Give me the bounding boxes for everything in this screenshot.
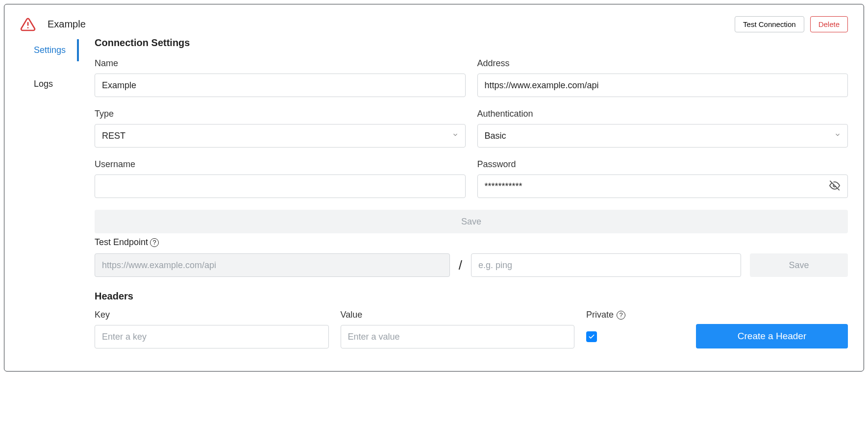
- endpoint-base-input: [95, 253, 450, 277]
- toggle-password-visibility-button[interactable]: [826, 177, 843, 196]
- endpoint-slash: /: [459, 258, 462, 273]
- create-header-button[interactable]: Create a Header: [696, 324, 848, 348]
- alert-triangle-icon: [20, 17, 36, 32]
- field-username: Username: [95, 159, 466, 198]
- header-private-label-row: Private ?: [586, 310, 684, 320]
- tab-settings[interactable]: Settings: [20, 39, 79, 61]
- test-endpoint-label-row: Test Endpoint ?: [95, 237, 159, 248]
- password-input[interactable]: [477, 174, 848, 198]
- header-key-col: Key: [95, 310, 329, 348]
- username-input[interactable]: [95, 174, 466, 198]
- side-tabs: Settings Logs: [20, 36, 79, 107]
- headers-title: Headers: [95, 291, 848, 302]
- address-label: Address: [477, 58, 848, 69]
- delete-button[interactable]: Delete: [810, 16, 848, 32]
- header-private-col: Private ?: [586, 310, 684, 348]
- help-icon[interactable]: ?: [617, 311, 625, 320]
- authentication-select[interactable]: [477, 124, 848, 148]
- type-select[interactable]: [95, 124, 466, 148]
- eye-off-icon: [829, 185, 840, 193]
- top-bar: Example Test Connection Delete: [20, 16, 848, 32]
- section-title: Connection Settings: [95, 37, 848, 49]
- field-name: Name: [95, 58, 466, 97]
- header-value-input[interactable]: [341, 325, 575, 348]
- name-label: Name: [95, 58, 466, 69]
- top-bar-left: Example: [20, 17, 86, 32]
- authentication-label: Authentication: [477, 109, 848, 119]
- endpoint-row: / Save: [95, 253, 848, 277]
- header-key-label: Key: [95, 310, 329, 320]
- check-icon: [588, 333, 595, 340]
- header-key-input[interactable]: [95, 325, 329, 348]
- header-value-label: Value: [341, 310, 575, 320]
- password-label: Password: [477, 159, 848, 170]
- field-address: Address: [477, 58, 848, 97]
- username-label: Username: [95, 159, 466, 170]
- tab-logs[interactable]: Logs: [20, 73, 79, 95]
- body-row: Settings Logs Connection Settings Name A…: [20, 36, 848, 348]
- test-endpoint-label: Test Endpoint: [95, 237, 148, 248]
- form-grid: Name Address Type: [95, 58, 848, 198]
- field-type: Type: [95, 109, 466, 148]
- save-endpoint-button[interactable]: Save: [750, 253, 848, 277]
- help-icon[interactable]: ?: [150, 238, 159, 247]
- top-actions: Test Connection Delete: [735, 16, 848, 32]
- field-authentication: Authentication: [477, 109, 848, 148]
- private-checkbox[interactable]: [586, 331, 597, 342]
- field-password: Password: [477, 159, 848, 198]
- save-button[interactable]: Save: [95, 210, 848, 233]
- content: Connection Settings Name Address Type: [91, 36, 848, 348]
- type-label: Type: [95, 109, 466, 119]
- name-input[interactable]: [95, 74, 466, 97]
- header-private-label: Private: [586, 310, 614, 320]
- headers-row: Key Value Private ?: [95, 310, 848, 348]
- test-connection-button[interactable]: Test Connection: [735, 16, 804, 32]
- endpoint-path-input[interactable]: [471, 253, 741, 277]
- page-title: Example: [48, 19, 86, 30]
- header-value-col: Value: [341, 310, 575, 348]
- app-frame: Example Test Connection Delete Settings …: [4, 4, 864, 372]
- address-input[interactable]: [477, 74, 848, 97]
